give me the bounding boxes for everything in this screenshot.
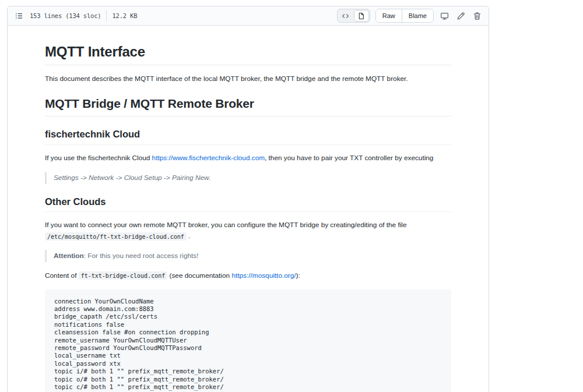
pencil-icon bbox=[456, 12, 465, 20]
view-toggle bbox=[337, 9, 370, 23]
content-of-paragraph: Content of ft-txt-bridge-cloud.conf (see… bbox=[45, 270, 451, 281]
content-text-before: Content of bbox=[45, 271, 79, 280]
intro-paragraph: This document describes the MQTT interfa… bbox=[45, 73, 451, 84]
attention-label: Attention bbox=[54, 252, 84, 260]
file-header: 153 lines (134 sloc) 12.2 KB bbox=[8, 6, 489, 26]
mosquitto-doc-link[interactable]: https://mosquitto.org/ bbox=[231, 271, 296, 280]
toc-button[interactable] bbox=[13, 10, 24, 22]
delete-file-button[interactable] bbox=[472, 10, 483, 22]
doc-title: MQTT Interface bbox=[45, 43, 451, 65]
content-text-after: ): bbox=[296, 271, 300, 280]
edit-file-button[interactable] bbox=[455, 10, 466, 22]
attention-quote: Attention: For this you need root access… bbox=[45, 250, 451, 262]
file-size: 12.2 KB bbox=[112, 12, 137, 19]
markdown-body: MQTT Interface This document describes t… bbox=[8, 26, 489, 392]
other-clouds-text-after: . bbox=[187, 232, 191, 240]
ft-cloud-paragraph: If you use the fischertechnik Cloud http… bbox=[45, 153, 451, 164]
file-icon bbox=[357, 12, 365, 20]
page: 153 lines (134 sloc) 12.2 KB bbox=[0, 0, 583, 392]
header-divider bbox=[106, 10, 107, 21]
code-icon bbox=[342, 12, 349, 20]
source-view-button[interactable] bbox=[338, 10, 353, 22]
file-header-left: 153 lines (134 sloc) 12.2 KB bbox=[13, 10, 137, 22]
ft-cloud-text-after: , then you have to pair your TXT control… bbox=[265, 154, 433, 162]
config-path-code: /etc/mosquitto/ft-txt-bridge-cloud.conf bbox=[45, 232, 187, 241]
raw-button[interactable]: Raw bbox=[376, 9, 402, 22]
file-container: 153 lines (134 sloc) 12.2 KB bbox=[7, 6, 489, 392]
file-lines-info: 153 lines (134 sloc) bbox=[30, 12, 101, 19]
other-clouds-text-before: If you want to connect your own remote M… bbox=[45, 221, 407, 229]
trash-icon bbox=[473, 12, 482, 20]
content-text-mid: (see documentation bbox=[167, 271, 231, 280]
config-file-code: ft-txt-bridge-cloud.conf bbox=[79, 271, 168, 280]
ft-cloud-text-before: If you use the fischertechnik Cloud bbox=[45, 154, 152, 162]
attention-text: : For this you need root access rights! bbox=[84, 252, 199, 260]
section-heading-ft-cloud: fischertechnik Cloud bbox=[45, 128, 451, 145]
blame-button[interactable]: Blame bbox=[402, 9, 433, 22]
pairing-steps-quote: Settings -> Network -> Cloud Setup -> Pa… bbox=[45, 172, 451, 184]
device-desktop-icon bbox=[440, 12, 449, 20]
raw-blame-group: Raw Blame bbox=[375, 9, 434, 23]
open-in-desktop-button[interactable] bbox=[439, 10, 450, 22]
file-header-right: Raw Blame bbox=[337, 9, 483, 23]
section-heading-other-clouds: Other Clouds bbox=[45, 196, 451, 213]
section-heading-bridge: MQTT Bridge / MQTT Remote Broker bbox=[45, 96, 451, 116]
rendered-view-button[interactable] bbox=[354, 10, 369, 22]
other-clouds-paragraph: If you want to connect your own remote M… bbox=[45, 220, 451, 242]
fischertechnik-cloud-link[interactable]: https://www.fischertechnik-cloud.com bbox=[152, 154, 265, 162]
bridge-config-code-block: connection YourOwnCloudName address www.… bbox=[45, 289, 451, 392]
list-unordered-icon bbox=[15, 12, 23, 20]
